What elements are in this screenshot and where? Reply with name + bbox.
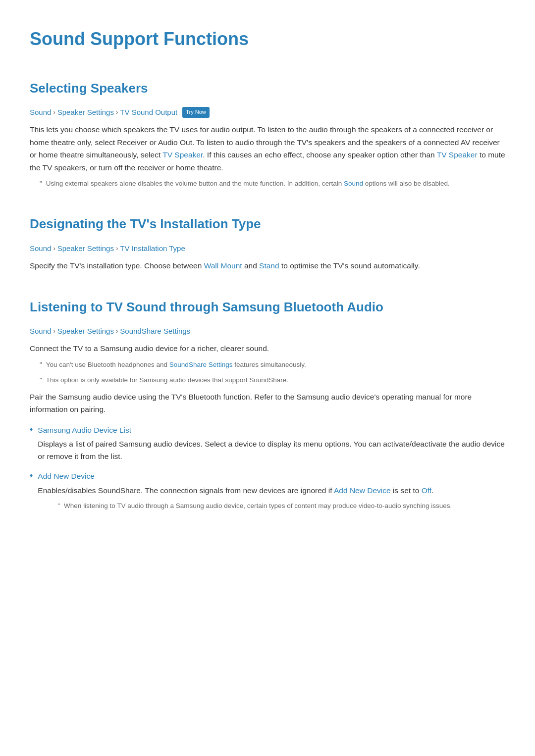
- note-selecting-speakers: " Using external speakers alone disables…: [40, 179, 505, 189]
- section-title-selecting-speakers: Selecting Speakers: [30, 78, 505, 99]
- note-mark-and: ": [57, 501, 60, 511]
- breadcrumb-link-sound-3[interactable]: Sound: [30, 325, 51, 337]
- breadcrumb-link-sound-2[interactable]: Sound: [30, 243, 51, 254]
- breadcrumb-link-soundshare-settings[interactable]: SoundShare Settings: [120, 325, 190, 337]
- bullet-desc-samsung-audio: Displays a list of paired Samsung audio …: [38, 438, 505, 463]
- breadcrumb-link-speaker-settings-3[interactable]: Speaker Settings: [57, 325, 114, 337]
- breadcrumb-link-speaker-settings-1[interactable]: Speaker Settings: [57, 106, 114, 118]
- bullet-list-bluetooth: • Samsung Audio Device List Displays a l…: [30, 424, 505, 516]
- breadcrumb-link-speaker-settings-2[interactable]: Speaker Settings: [57, 243, 114, 254]
- section-title-designating: Designating the TV's Installation Type: [30, 214, 505, 235]
- breadcrumb-link-sound-1[interactable]: Sound: [30, 106, 51, 118]
- link-tv-speaker-1[interactable]: TV Speaker: [162, 151, 203, 159]
- note-text-bt2: This option is only available for Samsun…: [46, 375, 288, 386]
- body-text-designating: Specify the TV's installation type. Choo…: [30, 259, 505, 272]
- link-tv-speaker-2[interactable]: TV Speaker: [437, 151, 478, 159]
- breadcrumb-selecting-speakers: Sound › Speaker Settings › TV Sound Outp…: [30, 106, 505, 118]
- body-text-bluetooth-intro: Connect the TV to a Samsung audio device…: [30, 342, 505, 355]
- list-item-samsung-audio-device-list: • Samsung Audio Device List Displays a l…: [30, 424, 505, 463]
- link-stand[interactable]: Stand: [259, 261, 279, 270]
- breadcrumb-designating: Sound › Speaker Settings › TV Installati…: [30, 243, 505, 254]
- breadcrumb-sep-1b: ›: [116, 107, 118, 118]
- link-sound-1[interactable]: Sound: [344, 180, 363, 187]
- try-now-badge-1[interactable]: Try Now: [182, 107, 210, 118]
- section-title-bluetooth: Listening to TV Sound through Samsung Bl…: [30, 297, 505, 318]
- bullet-content-2: Add New Device Enables/disables SoundSha…: [38, 470, 505, 516]
- bullet-desc-add-new-device: Enables/disables SoundShare. The connect…: [38, 485, 505, 497]
- note-bluetooth-1: " You can't use Bluetooth headphones and…: [40, 360, 505, 370]
- link-wall-mount[interactable]: Wall Mount: [204, 261, 242, 270]
- link-add-new-device-inline[interactable]: Add New Device: [334, 486, 391, 495]
- bullet-dot-2: •: [30, 470, 33, 482]
- breadcrumb-link-tv-installation-type[interactable]: TV Installation Type: [120, 243, 185, 254]
- link-samsung-audio-device-list[interactable]: Samsung Audio Device List: [38, 426, 131, 434]
- section-selecting-speakers: Selecting Speakers Sound › Speaker Setti…: [30, 78, 505, 190]
- body-text-bluetooth-pair: Pair the Samsung audio device using the …: [30, 391, 505, 416]
- note-mark-1: ": [40, 179, 42, 189]
- section-designating-installation: Designating the TV's Installation Type S…: [30, 214, 505, 272]
- breadcrumb-sep-1a: ›: [53, 107, 55, 118]
- breadcrumb-sep-2a: ›: [53, 244, 55, 254]
- breadcrumb-sep-2b: ›: [116, 244, 118, 254]
- note-mark-bt1: ": [40, 360, 42, 370]
- note-add-new-device: " When listening to TV audio through a S…: [57, 501, 505, 511]
- link-off[interactable]: Off: [422, 486, 431, 495]
- breadcrumb-bluetooth: Sound › Speaker Settings › SoundShare Se…: [30, 325, 505, 337]
- breadcrumb-sep-3b: ›: [116, 326, 118, 337]
- bullet-content-1: Samsung Audio Device List Displays a lis…: [38, 424, 505, 463]
- note-text-1: Using external speakers alone disables t…: [46, 179, 450, 189]
- note-bluetooth-2: " This option is only available for Sams…: [40, 375, 505, 386]
- link-add-new-device[interactable]: Add New Device: [38, 472, 95, 480]
- bullet-dot-1: •: [30, 424, 33, 436]
- note-mark-bt2: ": [40, 375, 42, 386]
- page-title: Sound Support Functions: [30, 25, 505, 53]
- breadcrumb-link-tv-sound-output[interactable]: TV Sound Output: [120, 106, 177, 118]
- body-text-selecting-speakers: This lets you choose which speakers the …: [30, 123, 505, 174]
- list-item-add-new-device: • Add New Device Enables/disables SoundS…: [30, 470, 505, 516]
- link-soundshare-settings[interactable]: SoundShare Settings: [169, 361, 233, 368]
- note-text-bt1: You can't use Bluetooth headphones and S…: [46, 360, 306, 370]
- note-text-and: When listening to TV audio through a Sam…: [64, 501, 452, 511]
- section-listening-bluetooth: Listening to TV Sound through Samsung Bl…: [30, 297, 505, 516]
- breadcrumb-sep-3a: ›: [53, 326, 55, 337]
